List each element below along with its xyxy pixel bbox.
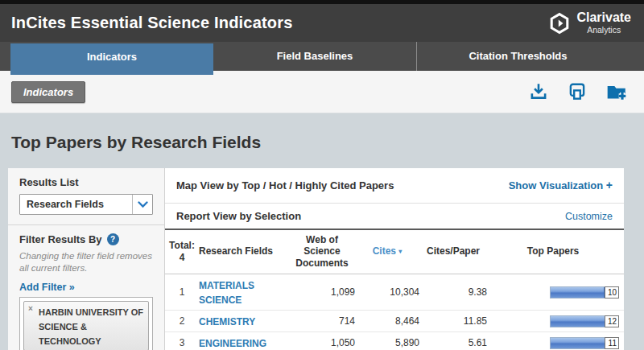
page-title: Top Papers by Research Fields <box>11 133 644 152</box>
column-header-top-papers[interactable]: Top Papers <box>487 245 624 257</box>
download-icon[interactable] <box>528 81 549 102</box>
sidebar: Results List Research Fields Filter Resu… <box>8 168 165 350</box>
top-papers-bar: 12 <box>550 315 619 327</box>
top-papers-value: 11 <box>605 337 619 349</box>
cites-value: 10,304 <box>355 286 419 298</box>
filter-chip[interactable]: × HARBIN UNIVERSITY OF SCIENCE & TECHNOL… <box>23 301 149 350</box>
tab-field-baselines[interactable]: Field Baselines <box>213 42 416 71</box>
cites-value: 8,464 <box>355 315 419 327</box>
table-row: 3 ENGINEERING 1,050 5,890 5.61 11 <box>165 332 624 350</box>
tab-indicators[interactable]: Indicators <box>10 43 213 75</box>
customize-link[interactable]: Customize <box>565 211 613 222</box>
filter-results-by-label: Filter Results By <box>19 233 102 245</box>
app-title: InCites Essential Science Indicators <box>11 14 293 32</box>
row-rank: 1 <box>165 286 199 298</box>
top-papers-value: 10 <box>605 286 619 299</box>
filter-note: Changing the filter field removes all cu… <box>19 250 153 274</box>
tab-citation-thresholds[interactable]: Citation Thresholds <box>416 42 619 71</box>
clarivate-logo-icon <box>548 12 571 35</box>
column-header-cites-sorted[interactable]: Cites ▾ <box>355 245 419 257</box>
help-icon[interactable]: ? <box>107 233 119 245</box>
table-row: 2 CHEMISTRY 714 8,464 11.85 12 <box>165 311 624 332</box>
results-list-label: Results List <box>19 176 153 188</box>
wos-documents-value: 1,050 <box>289 337 355 348</box>
add-filter-link[interactable]: Add Filter » <box>19 282 75 293</box>
field-link[interactable]: ENGINEERING <box>199 338 266 349</box>
cites-per-paper-value: 11.85 <box>419 315 487 327</box>
top-papers-value: 12 <box>605 315 619 327</box>
logo-name: Clarivate <box>576 11 631 24</box>
report-view-label: Report View by Selection <box>176 210 301 222</box>
top-papers-bar: 11 <box>550 337 619 349</box>
clarivate-logo: Clarivate Analytics <box>548 11 631 35</box>
column-header-wos-documents[interactable]: Web of Science Documents <box>289 234 355 269</box>
filter-chips-box: × HARBIN UNIVERSITY OF SCIENCE & TECHNOL… <box>19 297 153 350</box>
main-panel: Map View by Top / Hot / Highly Cited Pap… <box>165 168 624 350</box>
logo-subtitle: Analytics <box>576 26 631 35</box>
breadcrumb-indicators-button[interactable]: Indicators <box>11 81 85 103</box>
main-tab-bar: Indicators Field Baselines Citation Thre… <box>0 42 644 71</box>
toolbar: Indicators <box>0 71 644 113</box>
app-header: InCites Essential Science Indicators Cla… <box>0 0 644 42</box>
results-list-dropdown[interactable]: Research Fields <box>19 194 153 215</box>
row-rank: 3 <box>165 337 199 348</box>
row-rank: 2 <box>165 315 199 327</box>
wos-documents-value: 1,099 <box>289 286 355 298</box>
cites-value: 5,890 <box>355 337 419 348</box>
sort-descending-icon: ▾ <box>398 248 402 255</box>
cites-per-paper-value: 5.61 <box>419 337 487 348</box>
table-row: 1 MATERIALS SCIENCE 1,099 10,304 9.38 10 <box>165 274 624 311</box>
add-folder-icon[interactable] <box>605 81 628 102</box>
page-area: Top Papers by Research Fields Results Li… <box>0 133 644 350</box>
top-papers-bar: 10 <box>550 286 619 299</box>
remove-filter-icon[interactable]: × <box>28 304 33 313</box>
field-link[interactable]: CHEMISTRY <box>199 316 255 327</box>
table-header: Total: 4 Research Fields Web of Science … <box>165 229 624 274</box>
column-header-cites-per-paper[interactable]: Cites/Paper <box>419 245 487 257</box>
print-icon[interactable] <box>567 81 588 102</box>
field-link[interactable]: MATERIALS SCIENCE <box>199 280 254 306</box>
cites-per-paper-value: 9.38 <box>419 286 487 298</box>
show-visualization-link[interactable]: Show Visualization + <box>509 179 613 191</box>
wos-documents-value: 714 <box>289 315 355 327</box>
column-header-research-fields[interactable]: Research Fields <box>199 245 289 257</box>
results-list-dropdown-value: Research Fields <box>20 199 104 210</box>
filter-chip-label: HARBIN UNIVERSITY OF SCIENCE & TECHNOLOG… <box>39 307 143 346</box>
plus-icon: + <box>606 179 613 191</box>
column-header-total: Total: 4 <box>165 240 199 263</box>
map-view-label: Map View by Top / Hot / Highly Cited Pap… <box>176 179 394 191</box>
chevron-down-icon <box>132 195 152 214</box>
